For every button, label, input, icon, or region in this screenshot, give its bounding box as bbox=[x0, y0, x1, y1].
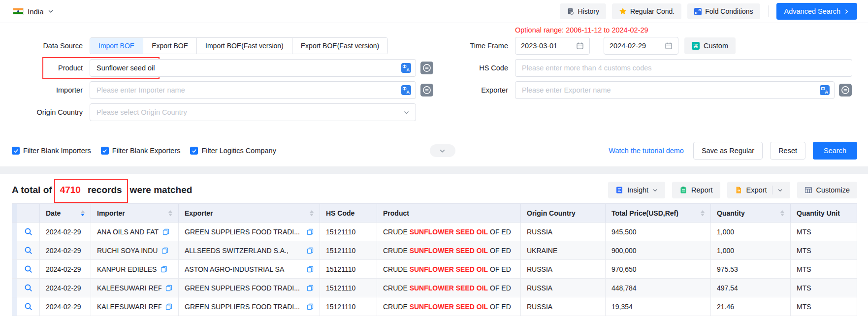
copy-icon[interactable] bbox=[307, 247, 314, 254]
exporter-input[interactable] bbox=[515, 82, 834, 98]
exporter-label: Exporter bbox=[443, 86, 515, 94]
sort-control[interactable] bbox=[701, 210, 705, 216]
magnifier-icon[interactable] bbox=[24, 284, 33, 292]
product-input-box: A bbox=[90, 59, 416, 77]
frozen-strip bbox=[12, 297, 17, 316]
date-from-input[interactable]: 2023-03-01 bbox=[515, 37, 590, 55]
fold-conditions-button[interactable]: Fold Conditions bbox=[687, 3, 760, 19]
copy-icon[interactable] bbox=[161, 266, 167, 273]
cell-total-price: 945,500 bbox=[606, 223, 711, 241]
importer-fuzzy-match-button[interactable] bbox=[420, 84, 433, 96]
date-to-input[interactable]: 2024-02-29 bbox=[604, 37, 678, 55]
checkbox-filter-logitics-company[interactable]: Filter Logitics Company bbox=[190, 147, 276, 155]
importer-label: Importer bbox=[12, 86, 90, 94]
checkbox-filter-blank-importers[interactable]: Filter Blank Importers bbox=[12, 147, 91, 155]
optional-range-note: Optional range: 2006-11-12 to 2024-02-29 bbox=[515, 26, 857, 37]
header-exporter[interactable]: Exporter bbox=[179, 204, 320, 223]
results-section: A total of 4710 records were matched Ins… bbox=[0, 174, 868, 316]
copy-icon[interactable] bbox=[307, 285, 314, 291]
copy-icon[interactable] bbox=[307, 228, 314, 235]
translate-icon[interactable]: A bbox=[820, 85, 830, 95]
checkbox-filter-blank-exporters[interactable]: Filter Blank Exporters bbox=[101, 147, 181, 155]
sort-asc-icon bbox=[81, 210, 85, 213]
customize-button[interactable]: Customize bbox=[797, 182, 858, 198]
svg-text:⌘: ⌘ bbox=[693, 43, 699, 49]
header-total-price[interactable]: Total Price(USD,Ref) bbox=[606, 204, 711, 223]
header-date[interactable]: Date bbox=[40, 204, 91, 223]
star-icon bbox=[619, 7, 627, 15]
magnifier-icon[interactable] bbox=[24, 265, 33, 274]
history-button[interactable]: History bbox=[560, 3, 606, 19]
total-suffix: were matched bbox=[130, 185, 193, 195]
copy-icon[interactable] bbox=[161, 247, 168, 254]
header-importer[interactable]: Importer bbox=[91, 204, 179, 223]
magnifier-icon[interactable] bbox=[24, 246, 33, 255]
export-button[interactable]: Export bbox=[727, 182, 790, 198]
chevron-down-icon bbox=[439, 148, 446, 154]
exporter-fuzzy-match-button[interactable] bbox=[839, 84, 852, 96]
insight-button[interactable]: Insight bbox=[608, 182, 665, 198]
tab-export-boe[interactable]: Export BOE bbox=[143, 38, 197, 54]
product-fuzzy-match-button[interactable] bbox=[420, 62, 433, 74]
record-count-wrap: 4710 records bbox=[56, 185, 126, 195]
save-as-regular-button[interactable]: Save as Regular bbox=[693, 142, 763, 160]
cell-hs-code: 15121110 bbox=[320, 241, 377, 260]
copy-icon[interactable] bbox=[162, 228, 169, 235]
search-button[interactable]: Search bbox=[813, 142, 857, 160]
header-quantity-unit[interactable]: Quantity Unit bbox=[791, 204, 857, 223]
product-input[interactable] bbox=[90, 60, 416, 76]
cell-exporter: GREEN SUPPLIERS FOOD TRADI... bbox=[179, 279, 320, 297]
translate-icon[interactable]: A bbox=[401, 63, 411, 73]
sort-control[interactable] bbox=[168, 210, 172, 216]
advanced-search-button[interactable]: Advanced Search bbox=[776, 3, 857, 20]
export-icon bbox=[735, 186, 742, 194]
tab-import-boe-fast[interactable]: Import BOE(Fast version) bbox=[197, 38, 292, 54]
cell-quantity: 975.53 bbox=[711, 260, 791, 279]
copy-icon[interactable] bbox=[307, 303, 314, 310]
hs-code-input[interactable] bbox=[515, 60, 852, 76]
country-selector[interactable]: India bbox=[13, 7, 54, 16]
regular-cond-button[interactable]: Regular Cond. bbox=[612, 3, 681, 19]
calendar-icon[interactable] bbox=[576, 42, 584, 50]
copy-icon[interactable] bbox=[165, 303, 172, 310]
importer-input[interactable] bbox=[90, 82, 416, 98]
report-button[interactable]: Report bbox=[672, 182, 720, 198]
collapse-conditions-button[interactable] bbox=[430, 144, 455, 157]
panel-bottom-row: Filter Blank Importers Filter Blank Expo… bbox=[12, 142, 857, 160]
cell-origin-country: UKRAINE bbox=[521, 241, 606, 260]
chevron-down-icon[interactable] bbox=[777, 188, 783, 193]
reset-button[interactable]: Reset bbox=[770, 142, 805, 160]
tutorial-demo-link[interactable]: Watch the tutorial demo bbox=[609, 147, 684, 155]
calendar-icon[interactable] bbox=[665, 42, 673, 50]
cell-origin-country: RUSSIA bbox=[521, 223, 606, 241]
magnifier-icon[interactable] bbox=[24, 227, 33, 236]
custom-range-button[interactable]: ⌘ Custom bbox=[684, 37, 736, 54]
cell-quantity-unit: MTS bbox=[791, 223, 857, 241]
copy-icon[interactable] bbox=[165, 285, 172, 291]
sort-control[interactable] bbox=[780, 210, 784, 216]
results-toolbar: Insight Report bbox=[608, 182, 857, 198]
magnifier-icon[interactable] bbox=[24, 302, 33, 311]
sort-control[interactable] bbox=[81, 210, 85, 216]
tab-export-boe-fast[interactable]: Export BOE(Fast version) bbox=[292, 38, 388, 54]
search-conditions-panel: Optional range: 2006-11-12 to 2024-02-29… bbox=[0, 23, 868, 166]
export-label: Export bbox=[746, 186, 767, 194]
translate-icon[interactable]: A bbox=[401, 85, 411, 95]
india-flag-icon bbox=[13, 8, 24, 15]
origin-country-select[interactable]: Please select Origin Country bbox=[90, 103, 416, 121]
filter-checkbox-group: Filter Blank Importers Filter Blank Expo… bbox=[12, 147, 276, 155]
cell-product: CRUDE SUNFLOWER SEED OIL OF ED bbox=[377, 241, 521, 260]
row-detail-cell bbox=[17, 241, 40, 260]
header-origin-country[interactable]: Origin Country bbox=[521, 204, 606, 223]
copy-icon[interactable] bbox=[307, 266, 314, 273]
sort-control[interactable] bbox=[310, 210, 314, 216]
cell-date: 2024-02-29 bbox=[40, 260, 91, 279]
sort-desc-icon-active bbox=[81, 214, 85, 216]
tab-import-boe[interactable]: Import BOE bbox=[90, 38, 143, 54]
row-detail-cell bbox=[17, 279, 40, 297]
header-hs-code[interactable]: HS Code bbox=[320, 204, 377, 223]
time-frame-label: Time Frame bbox=[443, 42, 515, 50]
header-product[interactable]: Product bbox=[377, 204, 521, 223]
cell-hs-code: 15121110 bbox=[320, 279, 377, 297]
header-quantity[interactable]: Quantity bbox=[711, 204, 791, 223]
